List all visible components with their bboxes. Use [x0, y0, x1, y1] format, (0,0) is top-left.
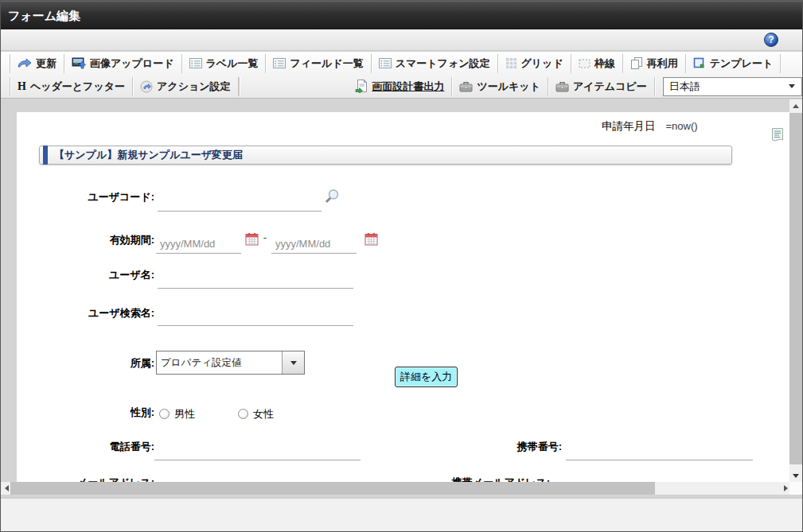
border-button[interactable]: 枠線 [571, 54, 623, 73]
mobile-email-label: 携帯メールアドレス: [423, 476, 550, 482]
label-list-button[interactable]: ラベル一覧 [182, 54, 267, 73]
language-select[interactable]: 日本語 [663, 77, 802, 96]
detail-tooltip-text: 詳細を入力 [400, 370, 452, 384]
template-button-label: テンプレート [710, 56, 774, 71]
label-list-icon [189, 58, 202, 68]
department-label: 所属: [27, 356, 154, 371]
toolbar-spacer [239, 77, 349, 96]
briefcase-icon [555, 81, 569, 92]
image-upload-icon [72, 57, 86, 69]
valid-period-from-placeholder: yyyy/MM/dd [160, 238, 215, 250]
form-title-bar[interactable]: 【サンプル】新規サンプルユーザ変更届 [39, 146, 732, 165]
valid-period-to-placeholder: yyyy/MM/dd [275, 238, 330, 250]
blue-accent-bar [43, 146, 48, 165]
toolbar-row-1: 更新 画像アップロード ラベル一覧 フィールド一覧 スマートフォン設定 グリッド [1, 52, 802, 75]
copy-pages-icon [630, 57, 643, 69]
grid-button[interactable]: グリッド [498, 54, 571, 73]
calendar-icon[interactable] [245, 232, 259, 249]
reuse-button[interactable]: 再利用 [623, 54, 686, 73]
header-footer-icon: H [18, 80, 26, 93]
phone-input[interactable] [154, 437, 361, 460]
detail-tooltip[interactable]: 詳細を入力 [395, 367, 458, 387]
reuse-button-label: 再利用 [647, 56, 678, 71]
help-icon[interactable]: ? [764, 33, 778, 47]
department-combobox-value: プロパティ設定値 [157, 351, 282, 374]
calendar-icon[interactable] [364, 232, 378, 249]
phone-label: 電話番号: [27, 440, 154, 454]
horizontal-scrollbar-thumb[interactable] [10, 482, 655, 495]
template-icon [693, 57, 706, 69]
language-select-value: 日本語 [669, 80, 700, 94]
action-settings-button-label: アクション設定 [157, 80, 231, 94]
user-search-name-input[interactable] [158, 304, 353, 326]
header-strip: ? [1, 29, 802, 51]
valid-period-label: 有効期間: [27, 233, 154, 247]
smartphone-settings-button[interactable]: スマートフォン設定 [372, 54, 498, 73]
update-button-label: 更新 [36, 56, 57, 71]
gender-male-radio[interactable] [159, 409, 170, 419]
horizontal-scrollbar[interactable] [1, 482, 791, 495]
toolkit-button[interactable]: ツールキット [452, 77, 548, 96]
header-footer-button-label: ヘッダーとフッター [30, 80, 125, 94]
scroll-up-icon[interactable] [789, 99, 802, 112]
screen-design-output-button[interactable]: 画面設計書出力 [348, 77, 452, 96]
form-edit-window: フォーム編集 ? 更新 画像アップロード ラベル一覧 フィールド一覧 [0, 0, 803, 532]
toolbar-row-2: H ヘッダーとフッター アクション設定 画面設計書出力 ツールキット アイテムコ… [1, 75, 802, 98]
grid-icon [505, 57, 517, 69]
field-list-button[interactable]: フィールド一覧 [266, 54, 371, 73]
gender-label: 性別: [27, 406, 154, 420]
user-code-input[interactable] [158, 188, 322, 212]
gender-female-radio[interactable] [238, 409, 248, 419]
user-name-label: ユーザ名: [27, 268, 154, 282]
mobile-phone-input[interactable] [566, 437, 753, 460]
script-icon[interactable] [771, 127, 784, 146]
label-list-button-label: ラベル一覧 [206, 56, 259, 71]
applicant-date-item[interactable]: 申請年月日 =now() [602, 119, 698, 134]
page-title: フォーム編集 [8, 9, 80, 22]
field-list-button-label: フィールド一覧 [290, 56, 363, 71]
toolkit-button-label: ツールキット [477, 80, 540, 94]
field-list-icon [273, 58, 286, 68]
image-upload-button[interactable]: 画像アップロード [64, 54, 182, 73]
item-copy-button-label: アイテムコピー [573, 80, 647, 94]
valid-period-separator: - [260, 231, 270, 243]
vertical-scrollbar[interactable] [789, 99, 802, 482]
mobile-phone-label: 携帯番号: [435, 440, 562, 454]
form-canvas: 申請年月日 =now() 【サンプル】新規サンプルユーザ変更届 ユーザコード: … [17, 112, 791, 482]
border-button-label: 枠線 [594, 56, 615, 71]
chevron-down-icon [290, 361, 297, 365]
user-search-name-label: ユーザ検索名: [27, 306, 154, 320]
item-copy-button[interactable]: アイテムコピー [548, 77, 655, 96]
action-settings-button[interactable]: アクション設定 [133, 77, 239, 96]
search-icon[interactable] [323, 188, 340, 208]
update-button[interactable]: 更新 [10, 54, 64, 73]
refresh-icon [18, 58, 32, 68]
toolbox-icon [459, 81, 473, 92]
action-arrow-icon [140, 80, 153, 93]
applicant-date-formula: =now() [666, 120, 698, 132]
screen-design-output-button-label: 画面設計書出力 [372, 80, 444, 94]
smartphone-settings-button-label: スマートフォン設定 [396, 56, 490, 71]
combobox-dropdown-button[interactable] [282, 351, 304, 374]
window-titlebar: フォーム編集 [1, 1, 802, 29]
vertical-scrollbar-thumb[interactable] [789, 113, 802, 464]
template-button[interactable]: テンプレート [686, 54, 782, 73]
user-code-label: ユーザコード: [27, 190, 154, 204]
form-title-text: 【サンプル】新規サンプルユーザ変更届 [40, 146, 731, 164]
gender-female-label: 女性 [253, 407, 274, 421]
smartphone-settings-icon [379, 58, 392, 68]
image-upload-button-label: 画像アップロード [90, 56, 174, 71]
user-name-input[interactable] [158, 266, 353, 289]
header-footer-button[interactable]: H ヘッダーとフッター [10, 77, 133, 96]
chevron-down-icon [789, 84, 795, 88]
scroll-down-icon[interactable] [789, 469, 802, 482]
email-label: メールアドレス: [27, 476, 154, 482]
doc-export-icon [355, 80, 368, 93]
department-combobox[interactable]: プロパティ設定値 [156, 351, 305, 375]
download-shelf: X bis_forma-form-….xlsx すべてのダウンロードを表示 × [1, 498, 802, 532]
gender-male-label: 男性 [174, 407, 195, 421]
scrollbar-corner [789, 482, 802, 495]
grid-button-label: グリッド [521, 56, 563, 71]
applicant-date-label: 申請年月日 [602, 119, 656, 134]
toolbar: 更新 画像アップロード ラベル一覧 フィールド一覧 スマートフォン設定 グリッド [1, 51, 802, 99]
